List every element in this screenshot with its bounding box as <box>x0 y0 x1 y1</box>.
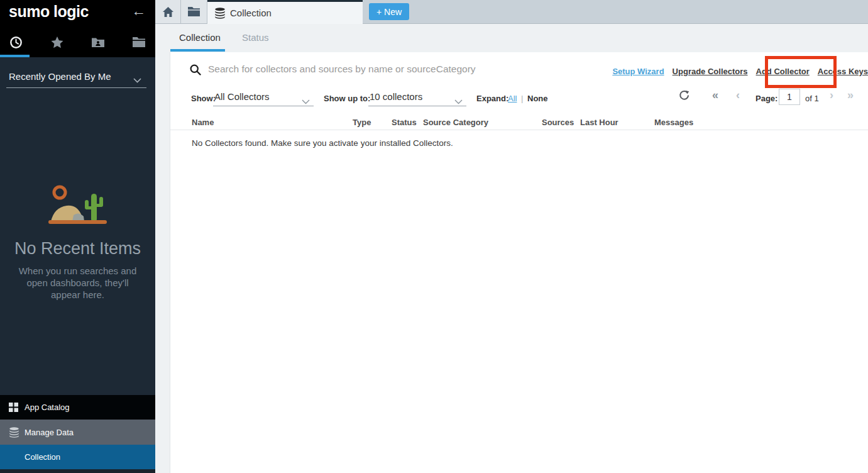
home-icon <box>163 7 173 17</box>
pagination-next-icon[interactable]: › <box>830 89 833 102</box>
chevron-down-icon <box>454 96 463 107</box>
collapse-sidebar-icon[interactable]: ← <box>131 3 146 19</box>
sidebar-item-collection[interactable]: Collection <box>0 445 155 469</box>
tab-collection[interactable]: Collection <box>207 0 363 24</box>
expand-none-link[interactable]: None <box>527 94 548 103</box>
sidebar-bottom-strip <box>0 469 155 473</box>
new-button[interactable]: + New <box>369 3 409 20</box>
sidebar-icon-tabs <box>0 33 155 52</box>
show-up-to-label: Show up to: <box>324 94 370 103</box>
show-dropdown[interactable]: All Collectors <box>213 89 314 106</box>
desert-illustration <box>46 182 109 230</box>
collector-links: Setup Wizard Upgrade Collectors Add Coll… <box>612 67 868 76</box>
column-header-messages: Messages <box>654 118 693 127</box>
expand-separator: | <box>521 94 523 103</box>
grid-icon <box>9 403 20 412</box>
column-header-type: Type <box>353 118 371 127</box>
database-icon <box>9 427 20 438</box>
favorites-star-icon[interactable] <box>50 36 63 49</box>
subtab-bar: Collection Status <box>155 24 868 52</box>
sidebar-item-label: Collection <box>25 452 60 462</box>
search-icon <box>190 64 201 78</box>
column-header-sources: Sources <box>542 118 574 127</box>
chevron-down-icon <box>302 96 310 107</box>
no-recent-items-caption: When you run searches and open dashboard… <box>11 265 144 301</box>
active-tab-indicator <box>0 55 30 57</box>
show-up-to-dropdown-value: 10 collectors <box>370 91 422 102</box>
pagination-last-icon[interactable]: » <box>847 89 854 102</box>
collectors-panel: Setup Wizard Upgrade Collectors Add Coll… <box>170 52 868 473</box>
add-collector-link[interactable]: Add Collector <box>756 67 810 76</box>
upgrade-collectors-link[interactable]: Upgrade Collectors <box>673 67 748 76</box>
folder-icon <box>188 7 200 16</box>
column-header-status: Status <box>392 118 417 127</box>
sidebar-item-manage-data[interactable]: Manage Data <box>0 420 155 445</box>
sidebar-header: sumo logic ← <box>0 0 155 57</box>
expand-label: Expand: <box>476 94 508 103</box>
home-button[interactable] <box>155 0 181 23</box>
show-up-to-dropdown[interactable]: 10 collectors <box>368 89 466 106</box>
recent-filter-label: Recently Opened By Me <box>9 71 111 82</box>
sun-icon <box>54 187 65 198</box>
subtab-collection[interactable]: Collection <box>179 32 221 43</box>
column-header-last-hour: Last Hour <box>580 118 618 127</box>
column-header-name: Name <box>192 118 214 127</box>
search-input[interactable] <box>208 61 623 77</box>
page-label: Page: <box>755 94 777 103</box>
database-icon <box>214 8 226 19</box>
setup-wizard-link[interactable]: Setup Wizard <box>612 67 664 76</box>
column-header-source-category: Source Category <box>423 118 488 127</box>
sidebar-nav: App Catalog Manage Data Collection <box>0 395 155 469</box>
subtab-status[interactable]: Status <box>242 32 269 43</box>
sidebar-item-label: App Catalog <box>25 403 70 412</box>
access-keys-link[interactable]: Access Keys <box>818 67 868 76</box>
no-recent-items-title: No Recent Items <box>0 239 155 259</box>
sidebar: sumo logic ← Recently Opened By Me <box>0 0 155 473</box>
sidebar-item-label: Manage Data <box>25 428 74 437</box>
library-folder-icon[interactable] <box>133 36 146 49</box>
page-number-input[interactable] <box>779 89 800 105</box>
expand-all-link[interactable]: All <box>508 94 517 103</box>
recent-filter-dropdown[interactable]: Recently Opened By Me <box>6 65 146 88</box>
show-dropdown-value: All Collectors <box>214 91 270 102</box>
collectors-table-header: Name Type Status Source Category Sources… <box>170 113 868 130</box>
recents-clock-icon[interactable] <box>9 36 23 49</box>
shared-content-icon[interactable] <box>92 36 105 49</box>
sidebar-item-app-catalog[interactable]: App Catalog <box>0 395 155 420</box>
library-tab-button[interactable] <box>181 0 207 23</box>
chevron-down-icon <box>133 74 141 85</box>
pagination-first-icon[interactable]: « <box>712 89 718 102</box>
refresh-icon[interactable] <box>679 90 689 103</box>
tab-title: Collection <box>230 8 272 18</box>
app-root: sumo logic ← Recently Opened By Me <box>0 0 868 473</box>
pagination-prev-icon[interactable]: ‹ <box>736 89 740 102</box>
sumo-logic-logo: sumo logic <box>9 3 89 21</box>
empty-table-message: No Collectors found. Make sure you activ… <box>192 138 453 148</box>
top-tab-bar: Collection + New <box>155 0 868 24</box>
subtab-active-underline <box>170 49 225 52</box>
show-label: Show: <box>191 94 216 103</box>
main-content: Collection + New Collection Status Setup… <box>155 0 868 473</box>
page-of-label: of 1 <box>805 94 819 103</box>
